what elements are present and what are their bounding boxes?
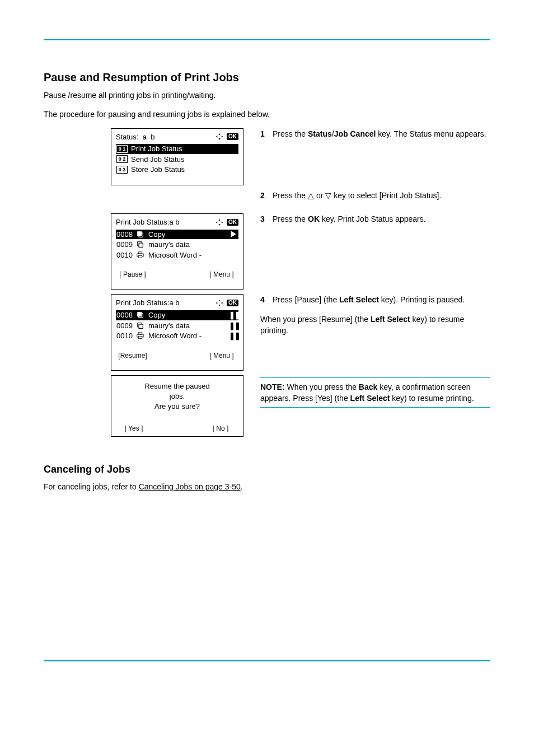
step1-text: 1Press the Status/Job Cancel key. The St… [260,128,490,139]
lcd4-line-1: 0008 Copy ❚❚ [116,310,238,320]
softkey-menu: [ Menu ] [205,351,238,360]
lcd-status-menu: Status: a b OK 0 1 Print Job Status 0 2 … [111,128,243,185]
lcd4-title: Print Job Status:a b [116,298,179,308]
printer-icon [136,251,145,259]
step4-text-a: 4Press [Pause] (the Left Select key). Pr… [260,294,490,305]
step3-text: 3Press the OK key. Print Job Status appe… [260,213,490,225]
cancel-section-title: Canceling of Jobs [44,464,490,475]
step-3-block: Print Job Status:a b OK 0008 Copy 0009 m… [44,213,490,290]
svg-rect-11 [139,333,143,334]
lcd3-line-3: 0010 Microsoft Word - [116,250,238,260]
lcd3-line-1: 0008 Copy [116,230,238,240]
lcd4-line-2: 0009 maury's data ❚❚ [116,321,238,331]
softkey-resume: [Resume] [116,351,149,360]
confirm-line-2: jobs. [117,391,237,402]
lcd4-line-3: 0010 Microsoft Word - ❚❚ [116,331,238,341]
step4-text-b: When you press [Resume] (the Left Select… [260,314,490,337]
note-block: Resume the paused jobs. Are you sure? [ … [44,375,490,437]
printer-icon [136,332,145,339]
nav-ok-icon: OK [214,133,238,141]
cancel-text: For canceling jobs, refer to Canceling J… [44,481,490,492]
svg-rect-6 [139,255,143,258]
softkey-pause: [ Pause ] [116,270,149,279]
step-1-block: Status: a b OK 0 1 Print Job Status 0 2 … [44,128,490,185]
svg-rect-7 [138,312,142,316]
softkey-menu: [ Menu ] [205,270,238,279]
top-rule [44,39,490,40]
intro-text-2: The procedure for pausing and resuming j… [44,109,490,120]
section-title: Pause and Resumption of Print Jobs [44,71,490,84]
softkey-no: [ No ] [204,424,237,433]
intro-text-1: Pause /resume all printing jobs in print… [44,90,490,101]
softkey-yes: [ Yes ] [117,424,151,433]
step-4-block: Print Job Status:a b OK 0008 Copy ❚❚ 000… [44,294,490,370]
pause-icon: ❚❚ [229,310,238,320]
lcd1-line-1: 0 1 Print Job Status [116,144,238,154]
canceling-jobs-link[interactable]: Canceling Jobs on page 3-50 [139,482,241,491]
lcd-print-status-running: Print Job Status:a b OK 0008 Copy 0009 m… [111,213,243,290]
note-label: NOTE: [260,382,285,391]
svg-rect-13 [139,337,143,339]
copy-icon [136,311,145,319]
nav-ok-icon: OK [214,218,238,226]
step2-text: 2Press the △ or ▽ key to select [Print J… [260,190,490,201]
lcd-confirm-resume: Resume the paused jobs. Are you sure? [ … [111,375,243,437]
confirm-line-1: Resume the paused [117,381,237,391]
play-icon [229,230,238,240]
pause-icon: ❚❚ [229,331,238,341]
lcd-print-status-paused: Print Job Status:a b OK 0008 Copy ❚❚ 000… [111,294,243,370]
step-2-block: 2Press the △ or ▽ key to select [Print J… [44,190,490,209]
copy-icon [136,231,145,238]
copy-icon [136,241,145,248]
lcd1-line-2: 0 2 Send Job Status [116,155,238,165]
pause-icon: ❚❚ [229,321,238,331]
svg-rect-4 [139,252,143,254]
copy-icon [136,322,145,329]
svg-rect-0 [138,232,142,236]
note-box: NOTE: When you press the Back key, a con… [260,377,490,408]
lcd1-line-3: 0 3 Store Job Status [116,165,238,175]
svg-rect-10 [139,324,143,328]
lcd1-title: Status: a b [116,132,154,142]
lcd3-line-2: 0009 maury's data [116,240,238,250]
nav-ok-icon: OK [214,299,238,307]
svg-rect-3 [139,244,143,248]
bottom-rule [44,660,490,661]
confirm-line-3: Are you sure? [117,402,237,412]
lcd3-title: Print Job Status:a b [116,217,179,227]
